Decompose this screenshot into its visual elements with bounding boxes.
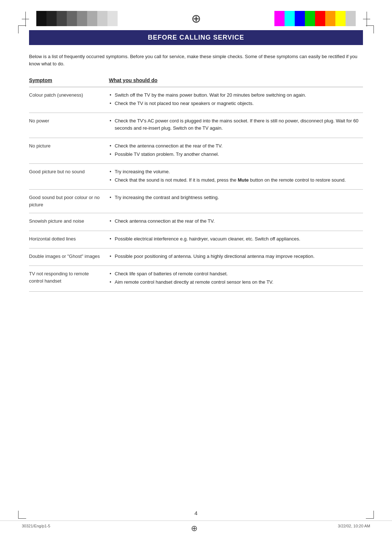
main-content: BEFORE CALLING SERVICE Below is a list o… [0, 27, 392, 306]
solution-item: Possible TV station problem. Try another… [109, 151, 363, 158]
table-row: Colour patch (uneveness)Switch off the T… [29, 87, 363, 113]
solution-list: Possible electrical interference e.g. ha… [109, 235, 363, 243]
page-number: 4 [195, 510, 197, 516]
table-row: Snowish picture and noiseCheck antenna c… [29, 213, 363, 231]
table-row: No pictureCheck the antenna connection a… [29, 138, 363, 163]
symptom-cell: Horizontal dotted lines [29, 231, 109, 248]
page-title: BEFORE CALLING SERVICE [29, 30, 363, 45]
bottom-area: 4 30321/Eng/p1-5 ⊕ 3/22/02, 10:20 AM [0, 510, 392, 533]
solution-item: Check life span of batteries of remote c… [109, 270, 363, 278]
gray-bar-4 [67, 11, 77, 26]
solution-item: Check antenna connection at the rear of … [109, 218, 363, 225]
color-bar-magenta [274, 11, 285, 26]
solution-cell: Check life span of batteries of remote c… [109, 266, 363, 291]
solution-item: Switch off the TV by the mains power but… [109, 92, 363, 99]
solution-item: Aim remote control handset directly at r… [109, 279, 363, 286]
solution-item: Check that the sound is not muted. If it… [109, 177, 363, 184]
reg-line-1 [25, 12, 26, 19]
intro-text: Below is a list of frequently occurred s… [29, 53, 363, 67]
gray-bar-8 [107, 11, 118, 26]
mute-bold: Mute [238, 177, 249, 183]
solution-list: Switch off the TV by the mains power but… [109, 92, 363, 107]
solution-cell: Possible electrical interference e.g. ha… [109, 231, 363, 248]
color-bars-right [274, 11, 356, 26]
table-row: Good sound but poor colour or no picture… [29, 190, 363, 213]
color-bar-yellow [335, 11, 346, 26]
table-row: Good picture but no soundTry increasing … [29, 163, 363, 189]
table-header: Symptom What you should do [29, 77, 363, 87]
what-col-header: What you should do [109, 77, 363, 87]
gray-bar-3 [57, 11, 67, 26]
symptom-col-header: Symptom [29, 77, 109, 87]
solution-list: Check life span of batteries of remote c… [109, 270, 363, 286]
symptom-cell: Double images or "Ghost" images [29, 248, 109, 266]
corner-mark-tl [18, 25, 26, 33]
solution-item: Possible electrical interference e.g. ha… [109, 235, 363, 243]
footer-right: 3/22/02, 10:20 AM [338, 524, 370, 533]
solution-item: Check the TV's AC power cord is plugged … [109, 117, 363, 132]
symptom-cell: No picture [29, 138, 109, 163]
center-crosshair-area: ⊕ [118, 13, 274, 24]
symptom-cell: Good picture but no sound [29, 163, 109, 189]
corner-mark-tr [366, 25, 374, 33]
solution-list: Possible poor positioning of antenna. Us… [109, 253, 363, 260]
reg-line-3 [25, 19, 26, 27]
solution-cell: Try increasing the contrast and brightne… [109, 190, 363, 213]
color-bar-red [315, 11, 325, 26]
solution-item: Check the antenna connection at the rear… [109, 142, 363, 150]
header-row: Symptom What you should do [29, 77, 363, 87]
symptom-table: Symptom What you should do Colour patch … [29, 77, 363, 292]
solution-cell: Check antenna connection at the rear of … [109, 213, 363, 231]
footer-left: 30321/Eng/p1-5 [22, 524, 50, 533]
solution-cell: Check the TV's AC power cord is plugged … [109, 113, 363, 138]
solution-item: Try increasing the volume. [109, 168, 363, 175]
gray-bar-7 [97, 11, 107, 26]
symptom-cell: TV not responding to remote control hand… [29, 266, 109, 291]
solution-list: Check the TV's AC power cord is plugged … [109, 117, 363, 132]
grayscale-bars [36, 11, 118, 26]
table-row: TV not responding to remote control hand… [29, 266, 363, 291]
solution-cell: Possible poor positioning of antenna. Us… [109, 248, 363, 266]
solution-list: Check antenna connection at the rear of … [109, 218, 363, 225]
right-reg-mark [363, 12, 370, 27]
gray-bar-5 [77, 11, 87, 26]
footer-info: 30321/Eng/p1-5 ⊕ 3/22/02, 10:20 AM [0, 520, 392, 533]
symptom-cell: No power [29, 113, 109, 138]
color-bar-cyan [285, 11, 295, 26]
gray-bar-2 [46, 11, 57, 26]
gray-bar-1 [36, 11, 46, 26]
color-bar-blue [295, 11, 305, 26]
top-decorative-area: ⊕ [0, 0, 392, 27]
symptom-cell: Good sound but poor colour or no picture [29, 190, 109, 213]
solution-list: Try increasing the contrast and brightne… [109, 194, 363, 201]
reg-line-r3 [367, 19, 367, 27]
solution-cell: Try increasing the volume.Check that the… [109, 163, 363, 189]
table-row: Double images or "Ghost" imagesPossible … [29, 248, 363, 266]
solution-item: Try increasing the contrast and brightne… [109, 194, 363, 201]
symptom-cell: Snowish picture and noise [29, 213, 109, 231]
solution-item: Possible poor positioning of antenna. Us… [109, 253, 363, 260]
solution-cell: Switch off the TV by the mains power but… [109, 87, 363, 113]
solution-list: Check the antenna connection at the rear… [109, 142, 363, 158]
table-row: No powerCheck the TV's AC power cord is … [29, 113, 363, 138]
table-row: Horizontal dotted linesPossible electric… [29, 231, 363, 248]
solution-list: Try increasing the volume.Check that the… [109, 168, 363, 184]
left-reg-mark [22, 12, 29, 27]
reg-line-r1 [367, 12, 367, 19]
symptom-cell: Colour patch (uneveness) [29, 87, 109, 113]
table-body: Colour patch (uneveness)Switch off the T… [29, 87, 363, 292]
solution-item: Check the TV is not placed too near spea… [109, 100, 363, 107]
footer-crosshair: ⊕ [191, 524, 197, 533]
page-wrapper: ⊕ BEFORE CALLING SERVICE Below is a list… [0, 0, 392, 555]
crosshair-symbol: ⊕ [191, 13, 201, 24]
solution-cell: Check the antenna connection at the rear… [109, 138, 363, 163]
color-bar-gray [346, 11, 356, 26]
gray-bar-6 [87, 11, 97, 26]
color-bar-orange [325, 11, 335, 26]
color-bar-green [305, 11, 315, 26]
